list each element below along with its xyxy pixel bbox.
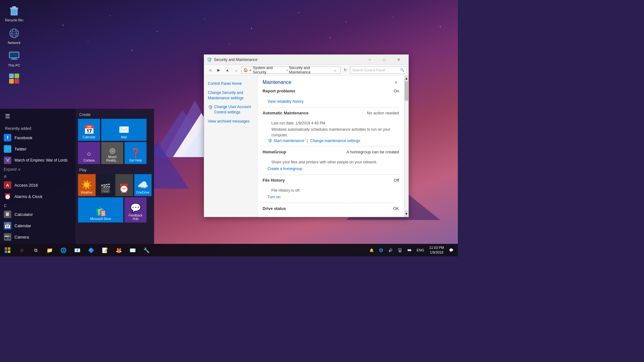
file-history-row: File History Off: [263, 178, 399, 185]
view-reliability-link[interactable]: View reliability history: [268, 99, 304, 104]
cp-nav-uac[interactable]: 🛡️ Change User Account Control settings: [204, 102, 257, 117]
addr-search-box[interactable]: Search Control Panel 🔍: [350, 67, 407, 74]
control-panel-window: 🛡️ Security and Maintenance ─ □ ✕ ◀ ▶ ▲ …: [204, 54, 409, 217]
maint-separator: |: [307, 139, 308, 143]
scroll-up-btn[interactable]: ▲: [404, 75, 408, 82]
start-maint-link[interactable]: Start maintenance: [274, 139, 304, 143]
hamburger-icon: ☰: [5, 113, 10, 120]
nav-recent-btn[interactable]: ⌄: [232, 66, 240, 74]
task-view-btn[interactable]: ⧉: [29, 244, 43, 256]
address-path[interactable]: 🏠 « System and Security › Security and M…: [241, 67, 341, 74]
recycle-bin-icon[interactable]: Recycle Bin: [3, 3, 25, 23]
taskbar-app1-btn[interactable]: ✉️: [126, 244, 140, 256]
mail-icon: 📧: [74, 247, 80, 253]
time-display: 11:03 PM: [429, 245, 444, 250]
start-app-facebook[interactable]: f Facebook: [0, 132, 75, 143]
start-app-access[interactable]: A Access 2016: [0, 179, 75, 191]
svg-rect-37: [14, 74, 19, 78]
expand-row[interactable]: Expand ∨: [0, 166, 75, 173]
cp-nav-home[interactable]: Control Panel Home: [204, 79, 257, 88]
taskbar-clock[interactable]: 11:03 PM 1/9/2018: [427, 244, 446, 256]
section-collapse-btn[interactable]: ∧: [393, 79, 399, 85]
drive-status-row: Drive status OK: [263, 206, 399, 213]
nav-forward-btn[interactable]: ▶: [215, 66, 222, 74]
start-hamburger-btn[interactable]: ☰: [0, 109, 15, 124]
addr-refresh-btn[interactable]: ↻: [342, 67, 349, 74]
scroll-down-btn[interactable]: ▼: [404, 211, 408, 217]
taskbar-display-btn[interactable]: 🖥️: [396, 244, 404, 256]
cortana-tile[interactable]: ○ Cortana: [78, 142, 100, 164]
taskbar-explorer-btn[interactable]: 📁: [43, 244, 57, 256]
taskbar-keyboard-btn[interactable]: ⌨️: [405, 244, 414, 256]
taskbar-word-btn[interactable]: 📝: [98, 244, 112, 256]
get-help-tile[interactable]: ❓ Get Help: [125, 142, 147, 164]
control-panel-desktop-icon[interactable]: [3, 71, 25, 87]
homegroup-indent: Share your files and printers with other…: [268, 159, 399, 171]
scroll-thumb[interactable]: [405, 82, 408, 101]
search-taskbar-btn[interactable]: ○: [15, 244, 29, 256]
taskbar-notification-btn[interactable]: 🔔: [368, 244, 376, 256]
cp-nav-security-settings[interactable]: Change Security and Maintenance settings: [204, 88, 257, 103]
addr-dropdown-btn[interactable]: ⌄: [331, 66, 338, 74]
taskbar-store-btn[interactable]: 🔷: [84, 244, 98, 256]
start-app-calendar[interactable]: 📅 Calendar: [0, 220, 75, 231]
twitter-app-icon: 🐦: [4, 145, 11, 153]
calendar-tile[interactable]: 📅 Calendar: [78, 119, 100, 141]
mixed-reality-tile-label: Mixed Reality...: [103, 155, 121, 162]
start-app-camera[interactable]: 📷 Camera: [0, 231, 75, 243]
window-close-btn[interactable]: ✕: [391, 55, 406, 65]
addr-separator1: «: [249, 68, 252, 72]
mail-tile[interactable]: ✉️ Mail: [101, 119, 147, 141]
start-button[interactable]: [0, 244, 15, 256]
start-app-calculator[interactable]: 🖩 Calculator: [0, 209, 75, 220]
taskbar-mail-btn[interactable]: 📧: [70, 244, 84, 256]
window-maximize-btn[interactable]: □: [377, 55, 391, 65]
auto-maint-label: Automatic Maintenance: [263, 111, 308, 115]
movies-tile[interactable]: 🎬: [97, 174, 114, 196]
taskbar-network-btn[interactable]: 🌐: [377, 244, 385, 256]
network-icon[interactable]: Network: [3, 26, 25, 46]
taskbar-volume-btn[interactable]: 🔊: [386, 244, 395, 256]
nav-back-btn[interactable]: ◀: [206, 66, 214, 74]
svg-point-10: [132, 50, 133, 51]
cortana-tile-label: Cortana: [83, 159, 95, 162]
onedrive-tile[interactable]: ☁️ OneDrive: [134, 174, 152, 196]
ms-store-tile[interactable]: 🛍️ Microsoft Store: [78, 197, 123, 222]
drive-status-label: Drive status: [263, 206, 286, 211]
taskbar-edge-btn[interactable]: 🌐: [57, 244, 70, 256]
start-app-twitter[interactable]: 🐦 Twitter: [0, 143, 75, 155]
taskbar: ○ ⧉ 📁 🌐 📧 🔷 📝 🦊 ✉️: [0, 244, 458, 256]
explorer-icon: 📁: [47, 247, 53, 253]
auto-maint-row: Automatic Maintenance No action needed: [263, 111, 399, 118]
expand-chevron-icon: ∨: [18, 167, 21, 172]
alarms-tile[interactable]: ⏰: [115, 174, 133, 196]
weather-tile[interactable]: ☀️ Weather: [78, 174, 96, 196]
taskbar-lang-btn[interactable]: ENG: [415, 244, 426, 256]
homegroup-row: HomeGroup A homegroup can be created: [263, 150, 399, 157]
svg-rect-43: [8, 247, 10, 250]
start-app-march-of-empires[interactable]: ⚔️ March of Empires: War of Lords: [0, 155, 75, 166]
feedback-tile[interactable]: 💬 Feedback Hub: [125, 197, 147, 222]
this-pc-desktop-icon[interactable]: This PC: [3, 48, 25, 69]
action-center-icon: 💬: [449, 248, 453, 252]
taskbar-firefox-btn[interactable]: 🦊: [112, 244, 126, 256]
create-homegroup-link[interactable]: Create a homegroup: [268, 167, 302, 171]
app1-icon: ✉️: [130, 247, 136, 253]
alarms-label: Alarms & Clock: [14, 194, 42, 199]
camera-icon: 📷: [4, 233, 11, 241]
window-minimize-btn[interactable]: ─: [363, 55, 377, 65]
maintenance-title: Maintenance: [263, 80, 291, 85]
start-app-alarms[interactable]: ⏰ Alarms & Clock: [0, 191, 75, 202]
taskbar-app2-btn[interactable]: 🔧: [140, 244, 153, 256]
taskbar-action-center-btn[interactable]: 💬: [447, 244, 455, 256]
change-maint-link[interactable]: Change maintenance settings: [310, 139, 360, 143]
auto-schedule-text: Windows automatically schedules maintena…: [271, 127, 399, 138]
window-scrollbar[interactable]: ▲ ▼: [404, 75, 408, 217]
cp-nav-archived[interactable]: View archived messages: [204, 117, 257, 126]
nav-up-btn[interactable]: ▲: [224, 66, 231, 74]
mixed-reality-tile[interactable]: ◎ Mixed Reality...: [101, 142, 123, 164]
search-ring-icon: ○: [20, 247, 24, 254]
mail-tile-label: Mail: [121, 135, 127, 139]
turn-on-link[interactable]: Turn on: [268, 195, 280, 199]
display-icon: 🖥️: [398, 248, 402, 252]
